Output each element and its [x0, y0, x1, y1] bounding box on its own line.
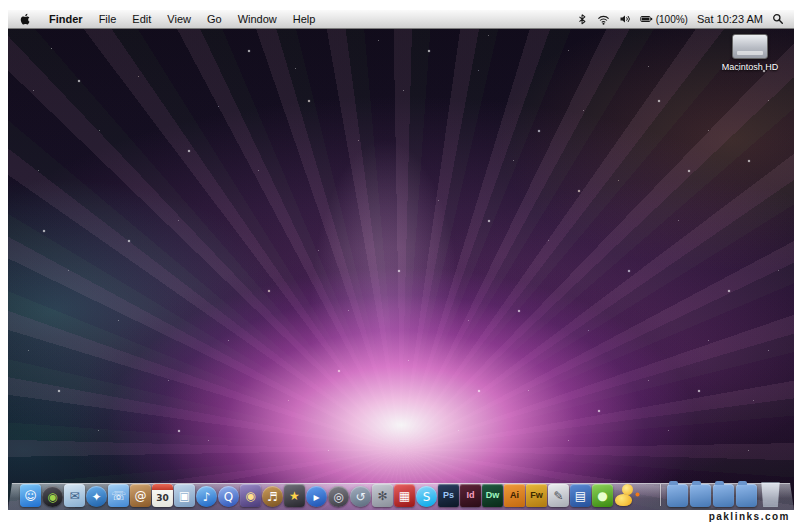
dock-illustrator-icon[interactable]: Ai [504, 484, 525, 507]
dock-pen-app-glyph: ✎ [553, 490, 563, 502]
dock-time-machine-glyph: ↺ [355, 491, 365, 503]
dock-dashboard-glyph: ◉ [47, 491, 57, 503]
dock-quicktime-icon[interactable]: Q [218, 486, 239, 507]
menu-go[interactable]: Go [199, 10, 230, 28]
dock-dashboard-icon[interactable]: ◉ [42, 486, 63, 507]
dock-chart-app-glyph: ▤ [575, 490, 586, 502]
dock-skype-glyph: S [423, 491, 431, 503]
dock-itunes-glyph: ♪ [203, 491, 211, 503]
dock-time-machine-icon[interactable]: ↺ [350, 486, 371, 507]
dock-trash-icon[interactable] [759, 482, 782, 507]
dock-indesign-glyph: Id [467, 491, 475, 500]
menu-bar-left: Finder File Edit View Go Window Help [8, 10, 323, 28]
dock-garageband-glyph: ♬ [267, 491, 278, 503]
dock-address-book-icon[interactable]: @ [130, 484, 151, 507]
dock-adium-glyph: ● [597, 490, 607, 502]
dock-safari-icon[interactable]: ✦ [86, 486, 107, 507]
menu-bar-status: (100%) Sat 10:23 AM [577, 10, 794, 28]
spotlight-icon[interactable] [772, 10, 784, 28]
apple-menu[interactable] [8, 10, 41, 28]
dock-photoshop-icon[interactable]: Ps [438, 484, 459, 507]
dock-red-app-glyph: ▦ [399, 490, 410, 502]
battery-percent-label: (100%) [656, 14, 688, 25]
dock-dvd-player-glyph: ◎ [333, 491, 343, 503]
watermark-text: paklinks.com [709, 510, 790, 523]
menu-bar: Finder File Edit View Go Window Help [8, 10, 794, 29]
dock-documents-stack-icon[interactable] [667, 484, 688, 507]
dock-dreamweaver-icon[interactable]: Dw [482, 484, 503, 507]
menu-bar-clock[interactable]: Sat 10:23 AM [697, 13, 763, 25]
dock-cyberduck-icon[interactable] [614, 484, 635, 507]
dock-utilities-stack-icon[interactable] [736, 484, 757, 507]
macintosh-hd-icon[interactable]: Macintosh HD [718, 34, 782, 72]
dock-separator [660, 484, 661, 506]
dock-illustrator-glyph: Ai [510, 491, 519, 500]
bluetooth-icon[interactable] [577, 10, 588, 28]
dock-front-row-icon[interactable]: ▸ [306, 486, 327, 507]
dock-red-app-icon[interactable]: ▦ [394, 484, 415, 507]
dock-pen-app-icon[interactable]: ✎ [548, 484, 569, 507]
dock-adium-icon[interactable]: ● [592, 484, 613, 507]
dock-ical-icon[interactable]: 30 [152, 484, 173, 507]
menu-file[interactable]: File [91, 10, 125, 28]
dock-right-group [667, 482, 782, 507]
dock-front-row-glyph: ▸ [313, 491, 319, 503]
dock-row: ☺◉✉✦☏@30▣♪Q◉♬★▸◎↺✻▦SPsIdDwAiFw✎▤● [8, 482, 794, 507]
dock-itunes-icon[interactable]: ♪ [196, 486, 217, 507]
dock-left-group: ☺◉✉✦☏@30▣♪Q◉♬★▸◎↺✻▦SPsIdDwAiFw✎▤● [20, 484, 635, 507]
dock-mail-icon[interactable]: ✉ [64, 484, 85, 507]
battery-status[interactable]: (100%) [640, 13, 688, 25]
menu-view[interactable]: View [159, 10, 199, 28]
dock-dvd-player-icon[interactable]: ◎ [328, 486, 349, 507]
dock-fireworks-icon[interactable]: Fw [526, 484, 547, 507]
dock-dreamweaver-glyph: Dw [486, 491, 500, 500]
dock-preview-icon[interactable]: ▣ [174, 484, 195, 507]
dock-preview-glyph: ▣ [179, 490, 190, 502]
volume-icon[interactable] [619, 10, 631, 28]
dock-chart-app-icon[interactable]: ▤ [570, 484, 591, 507]
menu-help[interactable]: Help [285, 10, 324, 28]
hard-drive-icon [732, 34, 768, 59]
apple-icon [19, 12, 32, 26]
wifi-icon[interactable] [597, 10, 610, 28]
desktop[interactable]: Finder File Edit View Go Window Help [8, 10, 794, 510]
dock-skype-icon[interactable]: S [416, 486, 437, 507]
dock-address-book-glyph: @ [135, 490, 147, 502]
dock-photo-booth-glyph: ◉ [245, 490, 255, 502]
dock-finder-icon[interactable]: ☺ [20, 484, 41, 507]
menu-window[interactable]: Window [230, 10, 285, 28]
dock-ichat-icon[interactable]: ☏ [108, 484, 129, 507]
menu-finder[interactable]: Finder [41, 10, 91, 28]
dock-ichat-glyph: ☏ [111, 490, 126, 502]
dock-downloads-stack-icon[interactable] [690, 484, 711, 507]
dock-system-preferences-glyph: ✻ [377, 490, 387, 502]
dock-ical-glyph: 30 [156, 494, 169, 503]
dock-imovie-icon[interactable]: ★ [284, 484, 305, 507]
dock-applications-stack-icon[interactable] [713, 484, 734, 507]
dock-quicktime-glyph: Q [224, 491, 233, 503]
hd-label: Macintosh HD [722, 62, 779, 72]
screenshot-page: { "watermark": "paklinks.com", "colors":… [0, 0, 802, 524]
dock-photoshop-glyph: Ps [443, 491, 454, 500]
battery-icon [640, 13, 653, 25]
dock-indesign-icon[interactable]: Id [460, 484, 481, 507]
dock-imovie-glyph: ★ [289, 490, 300, 502]
dock-photo-booth-icon[interactable]: ◉ [240, 484, 261, 507]
dock-garageband-icon[interactable]: ♬ [262, 486, 283, 507]
dock-safari-glyph: ✦ [91, 491, 101, 503]
dock-system-preferences-icon[interactable]: ✻ [372, 484, 393, 507]
dock: ☺◉✉✦☏@30▣♪Q◉♬★▸◎↺✻▦SPsIdDwAiFw✎▤● [8, 476, 794, 510]
menu-edit[interactable]: Edit [124, 10, 159, 28]
dock-mail-glyph: ✉ [69, 490, 79, 502]
dock-finder-glyph: ☺ [24, 490, 37, 502]
dock-fireworks-glyph: Fw [530, 491, 543, 500]
